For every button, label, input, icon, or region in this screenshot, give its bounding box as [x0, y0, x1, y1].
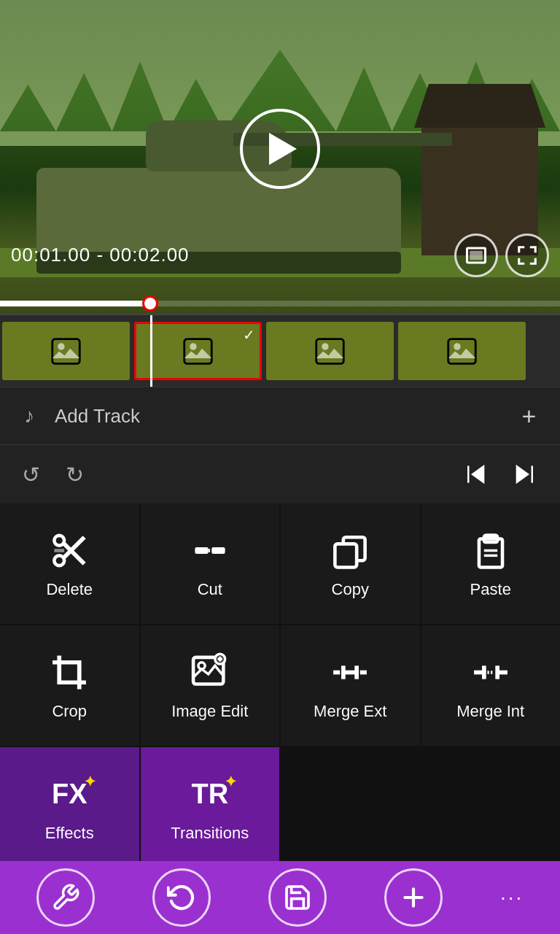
crop-button[interactable]: Crop: [0, 625, 139, 746]
svg-point-3: [58, 343, 64, 350]
track-thumbnail-icon-3: [314, 335, 346, 368]
aspect-ratio-button[interactable]: [454, 234, 498, 277]
svg-rect-23: [335, 544, 357, 567]
skip-controls-group: [454, 455, 545, 495]
crop-svg-icon: [47, 652, 91, 692]
delete-icon: [44, 529, 95, 573]
refresh-nav-button[interactable]: [152, 868, 211, 927]
svg-point-9: [454, 343, 460, 350]
actions-grid: Delete Cut Copy: [0, 503, 560, 868]
redo-button[interactable]: ↻: [58, 458, 91, 491]
time-start: 00:01.00: [11, 244, 90, 266]
image-edit-label: Image Edit: [171, 702, 248, 721]
video-preview: 00:01.00 - 00:02.00: [0, 0, 560, 314]
crop-icon: [44, 651, 95, 695]
skip-start-icon: [460, 460, 489, 489]
playback-controls: ↺ ↻: [0, 445, 560, 503]
svg-rect-26: [486, 534, 496, 539]
timeline-area: [0, 314, 560, 387]
time-display: 00:01.00 - 00:02.00: [11, 244, 190, 266]
bottom-navbar: ···: [0, 861, 560, 934]
tr-star-icon: ✦: [225, 773, 237, 790]
merge-int-label: Merge Int: [456, 702, 524, 721]
svg-marker-11: [471, 465, 484, 485]
image-edit-button[interactable]: Image Edit: [141, 625, 280, 746]
cut-label: Cut: [198, 580, 222, 599]
merge-ext-label: Merge Ext: [314, 702, 386, 721]
cut-button[interactable]: Cut: [141, 503, 280, 624]
svg-rect-19: [195, 547, 208, 554]
transitions-label: Transitions: [171, 824, 249, 843]
copy-svg-icon: [328, 530, 372, 571]
merge-int-svg-icon: [469, 652, 513, 692]
track-1[interactable]: [2, 322, 130, 380]
play-button[interactable]: [240, 109, 320, 189]
delete-label: Delete: [46, 580, 93, 599]
svg-rect-8: [448, 339, 476, 363]
svg-point-7: [322, 343, 328, 350]
time-end: 00:02.00: [109, 244, 189, 266]
paste-icon: [465, 529, 516, 573]
crop-label: Crop: [52, 702, 87, 721]
refresh-icon: [167, 883, 196, 912]
time-separator: -: [96, 244, 104, 266]
merge-ext-button[interactable]: Merge Ext: [281, 625, 420, 746]
svg-rect-20: [211, 547, 225, 554]
svg-marker-10: [467, 466, 470, 482]
fullscreen-button[interactable]: [505, 234, 549, 277]
track-3[interactable]: [266, 322, 394, 380]
tr-text: TR ✦: [191, 779, 228, 810]
skip-to-end-button[interactable]: [505, 455, 545, 495]
transitions-icon: TR ✦: [184, 773, 236, 817]
merge-int-icon: [465, 651, 516, 695]
track-2-selected[interactable]: [134, 322, 262, 380]
scissors-icon: [47, 530, 91, 571]
wrench-nav-button[interactable]: [36, 868, 95, 927]
merge-ext-svg-icon: [328, 652, 372, 692]
svg-rect-6: [316, 339, 344, 363]
building-roof: [414, 84, 545, 128]
add-track-label: Add Track: [55, 405, 513, 428]
save-icon: [283, 883, 312, 912]
svg-marker-13: [516, 465, 529, 485]
aspect-ratio-icon: [465, 244, 487, 266]
track-thumbnail-icon-2: [182, 335, 214, 368]
paste-svg-icon: [469, 530, 513, 571]
add-nav-button[interactable]: [384, 868, 443, 927]
transitions-button[interactable]: TR ✦ Transitions: [141, 747, 280, 868]
fx-star-icon: ✦: [84, 773, 96, 790]
paste-label: Paste: [470, 580, 511, 599]
wrench-icon: [51, 883, 80, 912]
progress-fill: [0, 301, 151, 306]
effects-button[interactable]: FX ✦ Effects: [0, 747, 139, 868]
image-edit-icon: [184, 651, 236, 695]
copy-label: Copy: [332, 580, 369, 599]
track-4[interactable]: [398, 322, 526, 380]
paste-button[interactable]: Paste: [421, 503, 561, 624]
skip-end-icon: [511, 460, 540, 489]
progress-bar[interactable]: [0, 301, 560, 306]
svg-rect-2: [52, 339, 80, 363]
svg-rect-1: [470, 251, 483, 260]
tank-body: [36, 168, 401, 255]
music-icon: ♪: [15, 401, 44, 431]
merge-int-button[interactable]: Merge Int: [421, 625, 561, 746]
save-nav-button[interactable]: [268, 868, 327, 927]
add-track-button[interactable]: +: [513, 400, 545, 433]
cut-svg-icon: [188, 530, 232, 571]
add-icon: [399, 883, 428, 912]
delete-button[interactable]: Delete: [0, 503, 139, 624]
fx-text: FX ✦: [52, 779, 88, 810]
play-icon: [269, 133, 297, 165]
cut-icon: [184, 529, 236, 573]
copy-button[interactable]: Copy: [281, 503, 420, 624]
undo-redo-group: ↺ ↻: [15, 458, 91, 491]
fullscreen-icon: [516, 244, 538, 266]
video-controls: [454, 234, 549, 277]
more-options-button[interactable]: ···: [500, 886, 524, 909]
skip-to-start-button[interactable]: [454, 455, 494, 495]
add-track-row: ♪ Add Track +: [0, 387, 560, 445]
copy-icon: [324, 529, 376, 573]
undo-button[interactable]: ↺: [15, 458, 47, 491]
svg-point-5: [190, 343, 196, 350]
